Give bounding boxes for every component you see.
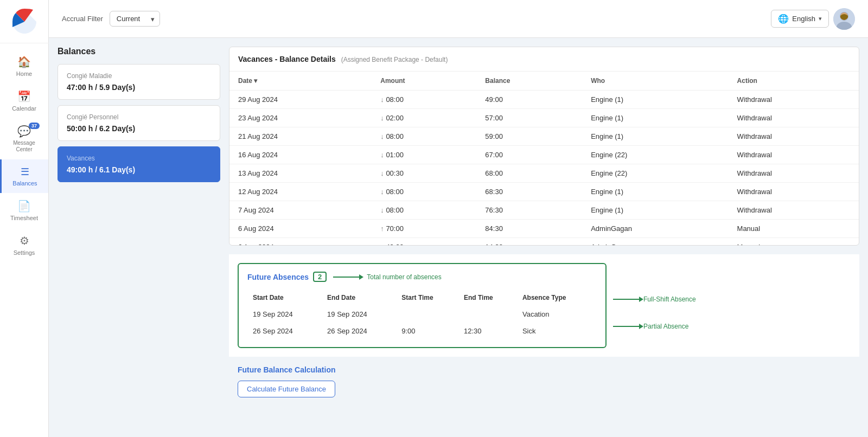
fa-cell-end-date: 26 Sep 2024 <box>322 323 396 339</box>
table-row: 21 Aug 2024 08:00 59:00 Engine (1) Withd… <box>229 127 859 146</box>
calculate-future-balance-button[interactable]: Calculate Future Balance <box>238 381 335 397</box>
cell-amount: 02:00 <box>372 109 476 127</box>
balance-details-header: Vacances - Balance Details (Assigned Ben… <box>229 47 859 72</box>
cell-balance: 67:00 <box>476 146 582 164</box>
fa-cell-absence-type: Sick <box>517 323 597 339</box>
cell-action: Withdrawal <box>729 164 859 183</box>
cell-balance: 49:00 <box>476 91 582 109</box>
annotation-partial-label: Partial Absence <box>643 323 688 330</box>
fa-cell-end-time <box>458 306 517 323</box>
sidebar-item-balances[interactable]: ☰ Balances <box>0 159 48 193</box>
balance-details-title: Vacances - Balance Details (Assigned Ben… <box>238 55 448 63</box>
sidebar-item-settings[interactable]: ⚙ Settings <box>0 228 48 262</box>
fa-col-end-time: End Time <box>458 290 517 306</box>
balance-details-table-scroll[interactable]: Date Amount Balance Who Action 29 Aug 20… <box>229 72 859 245</box>
balance-details-subtitle: (Assigned Benefit Package - Default) <box>341 56 448 63</box>
fa-cell-start-time <box>396 306 458 323</box>
col-amount: Amount <box>372 72 476 91</box>
right-panel: Vacances - Balance Details (Assigned Ben… <box>229 47 859 428</box>
sidebar-item-balances-label: Balances <box>12 180 37 187</box>
app-logo <box>0 0 49 43</box>
cell-who: Engine (1) <box>582 201 728 220</box>
cell-who: Engine (1) <box>582 183 728 201</box>
fa-cell-start-date: 19 Sep 2024 <box>247 306 322 323</box>
language-selector[interactable]: 🌐 English ▾ <box>771 10 829 28</box>
sidebar-item-calendar[interactable]: 📅 Calendar <box>0 83 48 118</box>
cell-action: Manual <box>729 238 859 246</box>
cell-balance: 59:00 <box>476 127 582 146</box>
cell-who: AdminGagan <box>582 220 728 238</box>
cell-action: Withdrawal <box>729 109 859 127</box>
home-icon: 🏠 <box>17 55 31 68</box>
cell-action: Withdrawal <box>729 91 859 109</box>
cell-action: Withdrawal <box>729 127 859 146</box>
balance-card-conge-maladie[interactable]: Congié Maladie 47:00 h / 5.9 Day(s) <box>58 64 220 100</box>
accrual-filter-select[interactable]: Current Previous Next <box>110 11 160 27</box>
fa-cell-end-time: 12:30 <box>458 323 517 339</box>
table-row: 6 Aug 2024 70:00 84:30 AdminGagan Manual <box>229 220 859 238</box>
list-item: 19 Sep 2024 19 Sep 2024 Vacation <box>247 306 597 323</box>
cell-action: Withdrawal <box>729 146 859 164</box>
future-absences-section: Future Absences 2 Total number of absenc… <box>229 254 859 357</box>
fa-cell-absence-type: Vacation <box>517 306 597 323</box>
sidebar-item-messages[interactable]: 💬 37 MessageCenter <box>0 118 48 159</box>
cell-who: Engine (1) <box>582 109 728 127</box>
content-area: Balances Congié Maladie 47:00 h / 5.9 Da… <box>49 38 868 437</box>
calendar-icon: 📅 <box>17 90 31 103</box>
sidebar-item-timesheet[interactable]: 📄 Timesheet <box>0 193 48 228</box>
fa-cell-end-date: 19 Sep 2024 <box>322 306 396 323</box>
cell-amount: 70:00 <box>372 220 476 238</box>
main-wrapper: Accrual Filter Current Previous Next 🌐 E… <box>49 0 868 437</box>
absence-annotation-arrow: Total number of absences <box>333 273 441 281</box>
balance-card-conge-personnel[interactable]: Congié Personnel 50:00 h / 6.2 Day(s) <box>58 105 220 141</box>
fa-col-start-date: Start Date <box>247 290 322 306</box>
annotations-panel: Full-Shift Absence Partial Absence <box>613 295 696 330</box>
fa-col-absence-type: Absence Type <box>517 290 597 306</box>
cell-amount: 08:00 <box>372 183 476 201</box>
cell-amount: 08:00 <box>372 127 476 146</box>
balances-icon: ☰ <box>21 166 29 178</box>
fa-cell-start-date: 26 Sep 2024 <box>247 323 322 339</box>
cell-action: Withdrawal <box>729 183 859 201</box>
avatar[interactable] <box>833 8 855 30</box>
cell-who: Engine (1) <box>582 91 728 109</box>
accrual-filter-label: Accrual Filter <box>62 15 103 23</box>
cell-amount: 01:00 <box>372 146 476 164</box>
sidebar-item-messages-label: MessageCenter <box>13 140 35 153</box>
table-row: 6 Aug 2024 40:00 14:30 AdminGagan Manual <box>229 238 859 246</box>
col-who: Who <box>582 72 728 91</box>
annotation-full-shift: Full-Shift Absence <box>613 295 696 303</box>
table-row: 7 Aug 2024 08:00 76:30 Engine (1) Withdr… <box>229 201 859 220</box>
timesheet-icon: 📄 <box>17 200 31 213</box>
cell-amount: 40:00 <box>372 238 476 246</box>
cell-balance: 14:30 <box>476 238 582 246</box>
cell-balance: 68:30 <box>476 183 582 201</box>
balance-card-vacances[interactable]: Vacances 49:00 h / 6.1 Day(s) <box>58 146 220 182</box>
future-balance-title: Future Balance Calculation <box>238 365 851 374</box>
future-absences-box: Future Absences 2 Total number of absenc… <box>238 263 607 348</box>
balance-card-conge-personnel-value: 50:00 h / 6.2 Day(s) <box>67 124 211 133</box>
cell-who: Engine (22) <box>582 164 728 183</box>
col-action: Action <box>729 72 859 91</box>
cell-who: Engine (1) <box>582 127 728 146</box>
balance-card-conge-personnel-title: Congié Personnel <box>67 113 211 121</box>
list-item: 26 Sep 2024 26 Sep 2024 9:00 12:30 Sick <box>247 323 597 339</box>
table-row: 23 Aug 2024 02:00 57:00 Engine (1) Withd… <box>229 109 859 127</box>
cell-balance: 68:00 <box>476 164 582 183</box>
future-absences-table: Start Date End Date Start Time End Time … <box>247 290 597 339</box>
cell-amount: 00:30 <box>372 164 476 183</box>
col-date[interactable]: Date <box>229 72 372 91</box>
future-absences-title: Future Absences <box>247 273 309 281</box>
absence-annotation-text: Total number of absences <box>367 273 441 281</box>
accrual-filter-select-wrapper[interactable]: Current Previous Next <box>110 11 160 27</box>
balance-card-conge-maladie-title: Congié Maladie <box>67 72 211 80</box>
cell-date: 21 Aug 2024 <box>229 127 372 146</box>
sidebar-item-timesheet-label: Timesheet <box>10 215 38 221</box>
sidebar-item-home[interactable]: 🏠 Home <box>0 49 48 83</box>
cell-date: 13 Aug 2024 <box>229 164 372 183</box>
cell-date: 16 Aug 2024 <box>229 146 372 164</box>
cell-date: 7 Aug 2024 <box>229 201 372 220</box>
table-row: 29 Aug 2024 08:00 49:00 Engine (1) Withd… <box>229 91 859 109</box>
chevron-down-icon: ▾ <box>819 15 822 22</box>
messages-badge: 37 <box>29 123 40 129</box>
